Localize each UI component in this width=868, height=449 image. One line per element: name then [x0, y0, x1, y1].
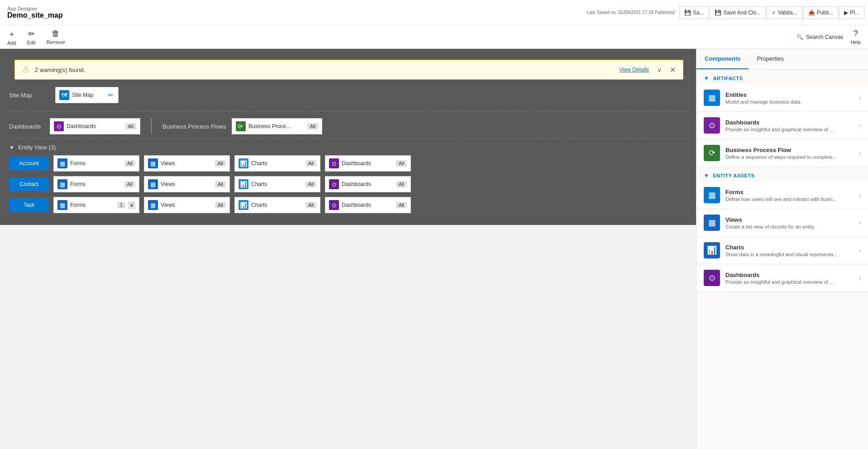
forms-component-name: Forms: [725, 189, 853, 196]
entities-name: Entities: [725, 91, 853, 98]
artifacts-collapse-icon[interactable]: ▼: [704, 75, 709, 81]
task-dashboards-card[interactable]: ⊙ Dashboards All: [325, 197, 411, 213]
dashboards-artifact-icon: ⊙: [704, 117, 720, 134]
site-map-node[interactable]: 🗺 Site Map ✏: [55, 87, 119, 103]
component-forms[interactable]: ▦ Forms Define how users will see and in…: [696, 182, 868, 209]
contact-dashboards-card[interactable]: ⊙ Dashboards All: [325, 176, 411, 192]
component-bpf[interactable]: ⟳ Business Process Flow Define a sequenc…: [696, 139, 868, 167]
save-button[interactable]: 💾 Sa...: [679, 6, 709, 19]
remove-toolbar-item[interactable]: 🗑 Remove: [47, 29, 65, 45]
task-charts-label: Charts: [251, 202, 303, 208]
task-charts-card[interactable]: 📊 Charts All: [234, 197, 320, 213]
forms-component-chevron: ›: [858, 191, 861, 199]
tab-components[interactable]: Components: [696, 49, 749, 69]
play-label: Pl...: [850, 10, 859, 16]
forms-component-icon: ▦: [704, 187, 720, 203]
contact-views-badge: All: [215, 181, 226, 187]
task-forms-badge: 1: [117, 202, 125, 208]
account-views-card[interactable]: ▦ Views All: [144, 155, 230, 172]
contact-charts-badge: All: [305, 181, 316, 187]
bpf-icon: ⟳: [704, 145, 720, 161]
publish-label: Publi...: [817, 10, 834, 16]
edit-toolbar-item[interactable]: ✏ Edit: [27, 29, 36, 45]
panel-tabs: Components Properties: [696, 49, 868, 70]
task-views-card[interactable]: ▦ Views All: [144, 197, 230, 213]
account-dashboards-label: Dashboards: [342, 160, 393, 167]
view-details-button[interactable]: View Details: [619, 67, 649, 73]
site-map-row: Site Map 🗺 Site Map ✏: [9, 83, 689, 107]
warning-close-icon[interactable]: ✕: [670, 66, 676, 74]
validate-button[interactable]: ✓ Valida...: [767, 6, 802, 19]
account-dashboards-card[interactable]: ⊙ Dashboards All: [325, 155, 411, 172]
views-component-text: Views Create a list view of records for …: [725, 216, 853, 229]
contact-charts-card[interactable]: 📊 Charts All: [234, 176, 320, 192]
tab-properties[interactable]: Properties: [749, 49, 792, 69]
entity-view-label: Entity View (3): [18, 144, 56, 151]
views-icon: ▦: [148, 158, 158, 168]
task-dashboards-badge: All: [396, 202, 407, 208]
account-forms-card[interactable]: ▦ Forms All: [53, 155, 139, 172]
publish-icon: 📤: [808, 10, 815, 16]
bpf-name: Business Process Flow: [725, 147, 853, 153]
component-dashboards-asset[interactable]: ⊙ Dashboards Provide an insightful and g…: [696, 264, 868, 292]
task-entity-button[interactable]: Task: [9, 198, 49, 212]
toolbar-right: 🔍 Search Canvas ? Help: [796, 29, 861, 45]
bpf-node[interactable]: ⟳ Business Proce... All: [232, 118, 322, 134]
search-canvas-label: Search Canvas: [806, 34, 843, 40]
divider-2: [9, 138, 689, 139]
charts-component-icon: 📊: [704, 242, 720, 258]
dashboards-node[interactable]: ⊙ Dashboards All: [50, 118, 140, 134]
entities-chevron-icon: ›: [858, 94, 861, 101]
bpf-chevron: ›: [858, 149, 861, 157]
account-views-label: Views: [161, 160, 212, 167]
entity-assets-collapse-icon[interactable]: ▼: [704, 172, 709, 179]
site-map-label: Site Map: [9, 92, 50, 99]
add-icon: ＋: [8, 29, 16, 39]
component-entities[interactable]: ▦ Entities Model and manage business dat…: [696, 84, 868, 112]
bpf-node-label: Business Proce...: [248, 123, 305, 129]
canvas[interactable]: ⚠ 2 warning(s) found. View Details ∨ ✕ S…: [0, 49, 696, 225]
warning-collapse-icon[interactable]: ∨: [657, 66, 662, 73]
contact-views-card[interactable]: ▦ Views All: [144, 176, 230, 192]
task-views-label: Views: [161, 202, 212, 208]
entity-view-collapse-icon[interactable]: ▼: [9, 144, 14, 151]
task-views-icon: ▦: [148, 200, 158, 210]
publish-button[interactable]: 📤 Publi...: [803, 6, 839, 19]
help-toolbar-item[interactable]: ? Help: [850, 29, 861, 45]
bpf-separator: [151, 118, 152, 134]
entity-assets-header: ▼ ENTITY ASSETS: [696, 167, 868, 182]
account-entity-button[interactable]: Account: [9, 157, 49, 170]
dashboards-node-label: Dashboards: [67, 123, 123, 129]
dashboards-section-label: Dashboards: [9, 123, 50, 130]
task-forms-dropdown[interactable]: ∨: [128, 201, 135, 209]
site-map-edit-button[interactable]: ✏: [107, 91, 114, 100]
site-map-node-label: Site Map: [72, 92, 105, 98]
contact-entity-button[interactable]: Contact: [9, 177, 49, 191]
task-forms-card[interactable]: ▦ Forms 1 ∨: [53, 197, 139, 213]
account-charts-label: Charts: [251, 160, 303, 167]
app-name: Demo_site_map: [7, 11, 63, 19]
contact-forms-card[interactable]: ▦ Forms All: [53, 176, 139, 192]
warning-text: 2 warning(s) found.: [35, 67, 614, 73]
dashboards-asset-text: Dashboards Provide an insightful and gra…: [725, 272, 853, 285]
search-canvas-item[interactable]: 🔍 Search Canvas: [796, 34, 843, 40]
account-charts-card[interactable]: 📊 Charts All: [234, 155, 320, 172]
component-charts[interactable]: 📊 Charts Show data in a meaningful and v…: [696, 237, 868, 264]
play-button[interactable]: ▶ Pl...: [839, 6, 864, 19]
app-designer-label: App Designer: [7, 6, 63, 11]
add-toolbar-item[interactable]: ＋ Add: [7, 29, 16, 46]
validate-icon: ✓: [772, 10, 776, 16]
main-layout: ⚠ 2 warning(s) found. View Details ∨ ✕ S…: [0, 49, 868, 449]
component-views[interactable]: ▦ Views Create a list view of records fo…: [696, 209, 868, 237]
warning-icon: ⚠: [22, 65, 29, 75]
views-component-chevron: ›: [858, 219, 861, 226]
dashboards-all-badge: All: [125, 123, 136, 129]
entity-assets-label: ENTITY ASSETS: [713, 173, 754, 178]
contact-entity-row: Contact ▦ Forms All ▦ Views All 📊 Charts…: [9, 176, 689, 192]
dashboards-asset-icon: ⊙: [704, 270, 720, 286]
component-dashboards[interactable]: ⊙ Dashboards Provide an insightful and g…: [696, 112, 868, 139]
forms-icon: ▦: [57, 158, 67, 168]
save-label: Sa...: [693, 10, 704, 16]
task-entity-row: Task ▦ Forms 1 ∨ ▦ Views All 📊 Charts Al…: [9, 197, 689, 213]
save-close-button[interactable]: 💾 Save And Clo...: [710, 6, 766, 19]
